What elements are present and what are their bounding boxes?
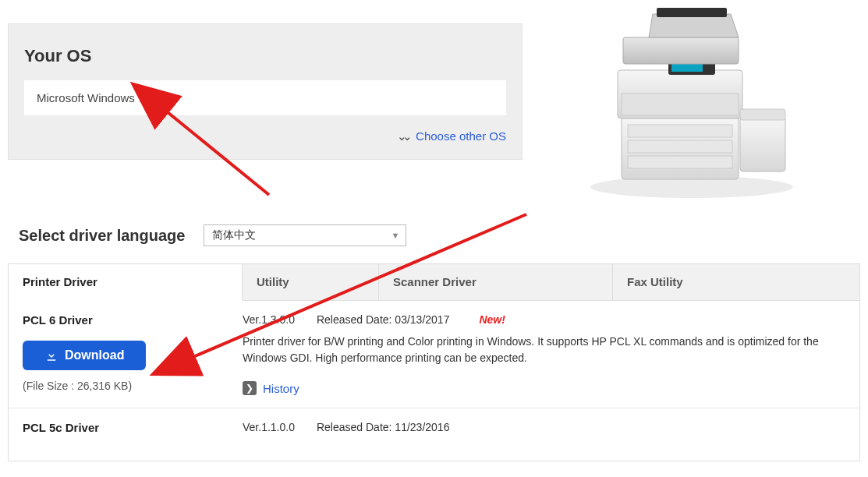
chevron-down-icon xyxy=(397,130,408,142)
download-button[interactable]: Download xyxy=(23,341,146,370)
svg-rect-3 xyxy=(628,140,732,153)
tab-printer-driver[interactable]: Printer Driver xyxy=(9,264,243,301)
svg-rect-9 xyxy=(623,37,739,64)
file-size: (File Size : 26,316 KB) xyxy=(23,380,243,392)
driver-version: Ver.1.1.0.0 xyxy=(243,421,295,433)
driver-name: PCL 5c Driver xyxy=(23,421,243,434)
history-link-label: History xyxy=(263,382,299,395)
svg-rect-2 xyxy=(628,125,732,137)
driver-item: PCL 5c Driver Ver.1.1.0.0 Released Date:… xyxy=(9,408,859,461)
svg-rect-10 xyxy=(657,8,727,17)
tab-scanner-driver[interactable]: Scanner Driver xyxy=(379,264,613,300)
new-badge: New! xyxy=(479,313,505,326)
history-link[interactable]: ❯ History xyxy=(243,381,299,395)
tab-content: PCL 6 Driver Download (File Size : 26,31… xyxy=(8,300,860,461)
choose-other-os-link[interactable]: Choose other OS xyxy=(416,129,506,143)
chevron-down-icon: ▼ xyxy=(391,231,400,240)
svg-rect-11 xyxy=(740,117,785,171)
driver-released-date: Released Date: 03/13/2017 xyxy=(317,313,449,326)
product-image xyxy=(523,0,860,203)
driver-version: Ver.1.3.0.0 xyxy=(243,313,295,326)
driver-category-tabs: Printer Driver Utility Scanner Driver Fa… xyxy=(8,263,860,300)
tab-fax-utility[interactable]: Fax Utility xyxy=(613,264,859,300)
svg-rect-12 xyxy=(740,109,785,120)
driver-released-date: Released Date: 11/23/2016 xyxy=(317,421,449,433)
driver-name: PCL 6 Driver xyxy=(23,313,243,327)
driver-item: PCL 6 Driver Download (File Size : 26,31… xyxy=(9,301,859,408)
language-selected-option: 简体中文 xyxy=(212,228,256,242)
svg-rect-4 xyxy=(628,156,732,168)
os-panel: Your OS Microsoft Windows 7 (x64) Choose… xyxy=(8,23,523,160)
language-label: Select driver language xyxy=(19,227,185,245)
tab-utility[interactable]: Utility xyxy=(243,264,379,300)
download-icon xyxy=(44,348,58,362)
download-button-label: Download xyxy=(65,348,124,362)
chevron-right-icon: ❯ xyxy=(243,381,257,395)
os-panel-title: Your OS xyxy=(24,46,506,66)
svg-rect-6 xyxy=(622,94,739,115)
language-select[interactable]: 简体中文 ▼ xyxy=(204,224,406,246)
svg-rect-8 xyxy=(671,64,703,72)
driver-description: Printer driver for B/W printing and Colo… xyxy=(243,334,845,366)
os-selected-value: Microsoft Windows 7 (x64) xyxy=(24,80,506,115)
